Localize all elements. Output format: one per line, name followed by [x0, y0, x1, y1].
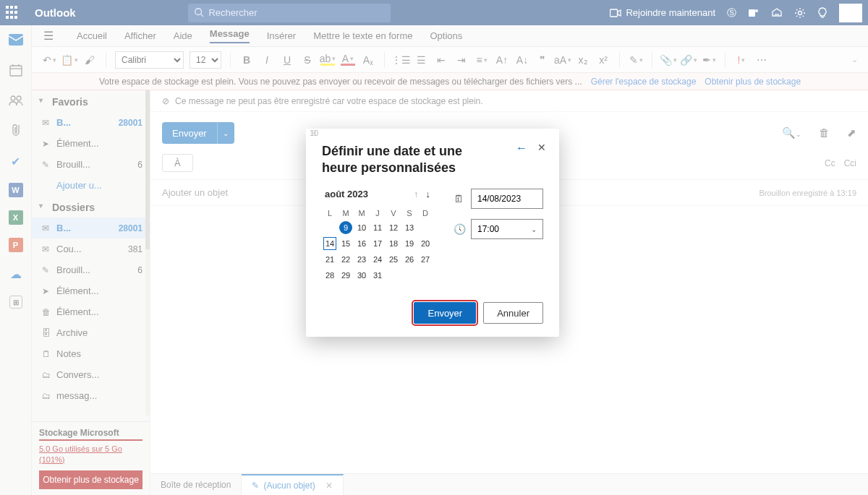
manage-storage-link[interactable]: Gérer l'espace de stockage	[591, 77, 697, 87]
tab-format[interactable]: Mettre le texte en forme	[313, 30, 412, 41]
tab-options[interactable]: Options	[430, 30, 462, 41]
account-avatar[interactable]	[839, 4, 862, 22]
onedrive-app-icon[interactable]: ☁	[7, 265, 25, 283]
sidebar-item[interactable]: 🗄Archive	[32, 322, 150, 343]
importance-button[interactable]: !	[734, 53, 749, 67]
discard-icon[interactable]: 🗑	[819, 126, 830, 139]
italic-button[interactable]: I	[260, 53, 274, 67]
sidebar-item[interactable]: ✉B...28001	[32, 218, 150, 238]
calendar-day[interactable]: 3	[306, 129, 322, 145]
sidebar-item[interactable]: ✉B...28001	[32, 112, 150, 133]
next-month-icon[interactable]: ↓	[426, 189, 431, 199]
calendar-day[interactable]: 31	[306, 129, 322, 145]
tips-icon[interactable]	[817, 7, 827, 19]
calendar-day[interactable]: 27	[417, 251, 433, 267]
calendar-day[interactable]: 25	[386, 251, 401, 267]
word-app-icon[interactable]: W	[9, 183, 23, 197]
sidebar-item[interactable]: ✎Brouill...6	[32, 154, 150, 175]
calendar-month-label[interactable]: août 2023	[325, 189, 368, 199]
dialog-close-icon[interactable]: ✕	[537, 142, 546, 153]
mail-app-icon[interactable]	[7, 31, 25, 48]
case-button[interactable]: aA	[556, 53, 570, 67]
compose-tab[interactable]: ✎ (Aucun objet) ✕	[242, 474, 343, 495]
calendar-day[interactable]: 10	[354, 220, 370, 236]
calendar-day[interactable]: 11	[370, 220, 386, 236]
calendar-day[interactable]: 5	[306, 129, 322, 145]
format-painter-button[interactable]: 🖌	[82, 53, 97, 67]
outbox-icon[interactable]	[771, 7, 783, 19]
tab-help[interactable]: Aide	[174, 30, 192, 41]
calendar-day[interactable]: 6	[306, 129, 322, 145]
underline-button[interactable]: U	[280, 53, 294, 67]
send-button[interactable]: Envoyer	[162, 122, 217, 144]
sidebar-item[interactable]: 🗂Convers...	[32, 364, 150, 385]
calendar-day[interactable]: 18	[386, 236, 401, 251]
calendar-day[interactable]: 17	[370, 236, 386, 251]
files-app-icon[interactable]	[7, 122, 25, 139]
superscript-button[interactable]: x²	[596, 53, 610, 67]
font-family-select[interactable]: Calibri	[115, 51, 184, 69]
skype-icon[interactable]: Ⓢ	[727, 7, 736, 20]
font-color-button[interactable]: A	[341, 54, 355, 66]
calendar-day[interactable]: 20	[417, 236, 433, 251]
time-input[interactable]: 17:00 ⌄	[471, 219, 543, 239]
calendar-day[interactable]: 29	[338, 267, 354, 283]
numbering-button[interactable]: ☰	[414, 53, 428, 67]
storage-usage-link[interactable]: 5.0 Go utilisés sur 5 Go (101%)	[39, 444, 142, 465]
calendar-day[interactable]: 6	[306, 129, 322, 145]
attach-button[interactable]: 📎	[661, 53, 676, 67]
calendar-day[interactable]: 9	[338, 220, 354, 236]
get-storage-link[interactable]: Obtenir plus de stockage	[705, 77, 801, 87]
calendar-day[interactable]: 2	[306, 129, 322, 145]
calendar-day[interactable]: 12	[386, 220, 401, 236]
calendar-day[interactable]: 21	[322, 251, 338, 267]
calendar-day[interactable]: 1	[306, 129, 322, 145]
styles-button[interactable]: ✎	[629, 53, 643, 67]
calendar-day[interactable]: 31	[370, 267, 386, 283]
get-more-storage-button[interactable]: Obtenir plus de stockage	[39, 470, 142, 489]
calendar-day[interactable]: 30	[354, 267, 370, 283]
calendar-day[interactable]: 24	[370, 251, 386, 267]
tab-message[interactable]: Message	[210, 28, 250, 43]
search-input[interactable]	[208, 7, 384, 18]
align-button[interactable]: ≡	[475, 53, 489, 67]
calendar-day[interactable]: 14	[322, 236, 338, 251]
zoom-icon[interactable]: 🔍⌄	[782, 126, 801, 139]
excel-app-icon[interactable]: X	[9, 210, 23, 225]
calendar-day[interactable]: 4	[306, 129, 322, 145]
calendar-day[interactable]: 10	[306, 129, 322, 145]
folders-section[interactable]: Dossiers	[32, 196, 150, 218]
sidebar-item[interactable]: 🗒Notes	[32, 343, 150, 364]
date-input[interactable]	[471, 189, 543, 209]
more-toolbar-button[interactable]: ⋯	[754, 53, 769, 67]
sidebar-item[interactable]: ➤Élément...	[32, 133, 150, 154]
decrease-font-button[interactable]: A↓	[515, 53, 529, 67]
link-button[interactable]: 🔗	[681, 53, 696, 67]
hamburger-icon[interactable]: ☰	[43, 29, 54, 43]
outdent-button[interactable]: ⇤	[434, 53, 448, 67]
increase-font-button[interactable]: A↑	[495, 53, 509, 67]
calendar-day[interactable]: 2	[306, 129, 322, 145]
send-split-button[interactable]: Envoyer ⌄	[162, 122, 234, 144]
bold-button[interactable]: B	[239, 53, 254, 67]
paste-button[interactable]: 📋	[62, 53, 77, 67]
indent-button[interactable]: ⇥	[454, 53, 469, 67]
inbox-tab[interactable]: Boîte de réception	[150, 474, 242, 495]
calendar-day[interactable]: 1	[306, 129, 322, 145]
settings-icon[interactable]	[794, 7, 806, 19]
sidebar-item[interactable]: 🗂messag...	[32, 385, 150, 406]
calendar-day[interactable]: 8	[306, 129, 322, 145]
to-button[interactable]: À	[162, 154, 193, 172]
dialog-cancel-button[interactable]: Annuler	[483, 302, 543, 324]
calendar-day[interactable]: 16	[354, 236, 370, 251]
sidebar-item[interactable]: ➤Élément...	[32, 280, 150, 301]
bullets-button[interactable]: ⋮☰	[393, 53, 408, 67]
calendar-day[interactable]: 8	[306, 129, 322, 145]
sidebar-scrollbar[interactable]	[145, 90, 150, 416]
tab-home[interactable]: Accueil	[77, 30, 107, 41]
cc-button[interactable]: Cc	[825, 158, 835, 168]
join-meeting-button[interactable]: Rejoindre maintenant	[610, 7, 715, 18]
calendar-day[interactable]: 3	[306, 129, 322, 145]
calendar-day[interactable]: 23	[354, 251, 370, 267]
calendar-app-icon[interactable]	[7, 61, 25, 79]
